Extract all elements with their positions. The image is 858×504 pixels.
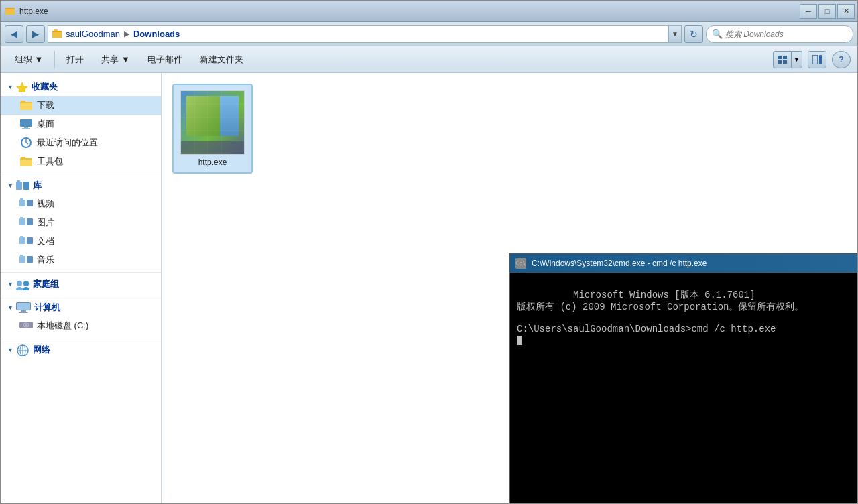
music-icon [19,253,33,267]
cmd-window[interactable]: C:\ C:\Windows\System32\cmd.exe - cmd /c… [509,253,857,503]
svg-rect-33 [19,237,25,244]
search-box: 🔍 [706,25,853,43]
svg-rect-26 [17,180,20,182]
svg-rect-14 [21,101,25,103]
sidebar-item-label: 视频 [37,198,54,210]
svg-marker-11 [16,82,27,92]
desktop-icon [19,117,33,131]
search-input[interactable] [725,29,847,39]
view-dropdown-button[interactable]: ▼ [792,51,802,68]
sidebar-item-pictures[interactable]: 图片 [1,213,161,232]
refresh-button[interactable]: ↻ [684,25,703,43]
svg-rect-30 [19,218,25,225]
svg-line-20 [26,143,28,144]
address-input[interactable]: saulGoodman ▶ Downloads [48,25,668,43]
file-thumbnail [180,90,245,155]
sidebar-divider-1 [1,174,161,174]
help-button[interactable]: ? [832,51,851,68]
favorites-header[interactable]: ▼ 收藏夹 [1,78,161,96]
svg-point-49 [25,324,27,326]
cmd-title-bar: C:\ C:\Windows\System32\cmd.exe - cmd /c… [510,254,857,273]
libraries-section: ▼ 库 视频 [1,177,161,269]
close-button[interactable]: ✕ [837,4,855,19]
cmd-cursor [517,336,522,345]
svg-rect-15 [20,119,32,127]
organize-button[interactable]: 组织 ▼ [7,50,50,70]
svg-rect-9 [812,55,818,64]
new-folder-button[interactable]: 新建文件夹 [192,50,251,70]
cmd-line1: Microsoft Windows [版本 6.1.7601] [573,290,755,300]
svg-rect-36 [19,256,25,263]
svg-rect-28 [27,200,33,206]
video-icon [19,197,33,210]
network-section: ▼ 网络 [1,341,161,359]
svg-rect-23 [21,157,25,159]
sidebar-item-music[interactable]: 音乐 [1,251,161,269]
sidebar-divider-3 [1,296,161,296]
window-controls: ─ □ ✕ [800,4,855,19]
forward-button[interactable]: ▶ [26,25,45,43]
email-button[interactable]: 电子邮件 [140,50,190,70]
file-item-http-exe[interactable]: http.exe [172,84,253,174]
libraries-header[interactable]: ▼ 库 [1,177,161,194]
homegroup-section: ▼ 家庭组 [1,275,161,293]
sidebar-item-downloads[interactable]: 下载 [1,96,161,115]
sidebar-item-tools[interactable]: 工具包 [1,152,161,171]
cmd-title-text: C:\Windows\System32\cmd.exe - cmd /c htt… [532,259,857,268]
svg-rect-34 [27,237,33,244]
address-dropdown-button[interactable]: ▼ [668,25,682,43]
sidebar-item-label: 工具包 [37,155,63,168]
homegroup-arrow: ▼ [7,281,13,288]
path-leaf: Downloads [133,29,180,39]
computer-arrow: ▼ [7,304,13,311]
sidebar-item-label: 本地磁盘 (C:) [37,320,88,332]
svg-rect-8 [783,60,787,64]
svg-rect-1 [5,9,15,15]
computer-header[interactable]: ▼ 计算机 [1,299,161,316]
libraries-header-label: 库 [33,180,42,192]
svg-rect-32 [20,217,23,219]
network-header-label: 网络 [33,344,50,356]
view-mode-button[interactable] [773,51,792,68]
svg-rect-7 [778,60,782,64]
sidebar-divider-2 [1,272,161,273]
favorites-arrow: ▼ [7,84,13,90]
svg-rect-37 [27,256,33,263]
computer-header-label: 计算机 [34,302,60,314]
sidebar-item-desktop[interactable]: 桌面 [1,115,161,133]
sidebar-item-documents[interactable]: 文档 [1,232,161,251]
sidebar-item-local-disk[interactable]: 本地磁盘 (C:) [1,316,161,335]
favorites-header-label: 收藏夹 [32,81,58,93]
network-header[interactable]: ▼ 网络 [1,341,161,359]
recent-icon [19,136,33,149]
explorer-window: http.exe ─ □ ✕ ◀ ▶ saulGoodman ▶ Downloa… [0,0,858,504]
toolbar-separator [54,51,55,68]
homegroup-header[interactable]: ▼ 家庭组 [1,275,161,293]
preview-pane-button[interactable] [808,51,826,68]
maximize-button[interactable]: □ [818,4,836,19]
sidebar-item-recent[interactable]: 最近访问的位置 [1,133,161,152]
tools-icon [19,155,33,168]
svg-rect-10 [819,55,822,64]
svg-point-39 [17,281,22,286]
address-path: saulGoodman ▶ Downloads [66,29,180,39]
sidebar-item-label: 最近访问的位置 [37,137,98,149]
minimize-button[interactable]: ─ [800,4,817,19]
back-button[interactable]: ◀ [5,25,23,43]
svg-rect-4 [54,29,58,32]
cmd-content: Microsoft Windows [版本 6.1.7601] 版权所有 (c)… [510,273,857,503]
sidebar-item-video[interactable]: 视频 [1,194,161,213]
window-title: http.exe [19,7,48,16]
open-button[interactable]: 打开 [59,50,91,70]
share-button[interactable]: 共享 ▼ [94,50,137,70]
svg-rect-38 [20,255,23,257]
pictures-icon [19,216,33,229]
svg-rect-27 [19,200,25,206]
documents-icon [19,235,33,248]
sidebar-item-label: 文档 [37,235,54,247]
svg-rect-16 [24,127,28,128]
svg-point-42 [23,287,29,290]
downloads-icon [19,99,33,112]
svg-rect-35 [20,236,23,238]
svg-rect-6 [783,56,787,59]
